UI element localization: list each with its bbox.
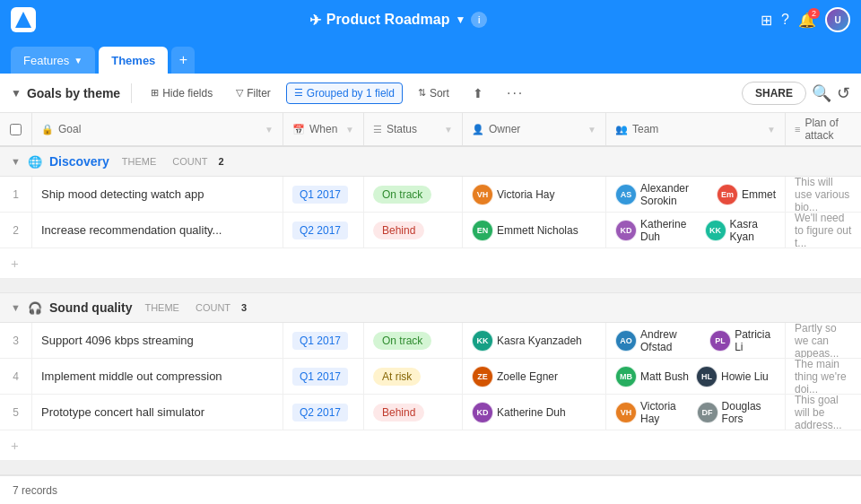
row2-team-name-1: Katherine Duh <box>640 218 698 243</box>
row5-owner-avatars: KD Katherine Duh <box>472 402 566 423</box>
add-icon-2: + <box>11 438 19 453</box>
col-team-label: Team <box>632 123 658 135</box>
col-header-checkbox[interactable] <box>0 113 32 145</box>
row2-owner-avatar: EN <box>472 220 493 241</box>
share-icon-button[interactable]: ⬆ <box>465 82 491 105</box>
title-dropdown-icon[interactable]: ▼ <box>456 13 466 26</box>
group-spacer-2 <box>0 461 861 475</box>
search-icon[interactable]: 🔍 <box>812 83 831 103</box>
user-avatar[interactable]: U <box>825 7 850 32</box>
group-soundquality-name: Sound quality <box>49 300 133 315</box>
col-header-owner: 👤 Owner ▼ <box>463 113 606 145</box>
select-all-checkbox[interactable] <box>10 124 22 135</box>
hide-fields-button[interactable]: ⊞ Hide fields <box>143 83 221 104</box>
cell-row1-owner: VH Victoria Hay <box>463 177 606 212</box>
group-spacer-1 <box>0 279 861 293</box>
cell-row2-owner: EN Emmett Nicholas <box>463 213 606 248</box>
col-goal-label: Goal <box>58 123 81 135</box>
cell-row1-goal[interactable]: Ship mood detecting watch app <box>32 177 283 212</box>
title-info-icon[interactable]: i <box>471 12 487 28</box>
cell-row3-when: Q1 2017 <box>283 323 364 358</box>
tab-features[interactable]: Features ▼ <box>11 47 95 74</box>
row3-owner-avatar: KK <box>472 330 493 352</box>
group-soundquality-icon: 🎧 <box>28 301 42 315</box>
grid-icon[interactable]: ⊞ <box>761 12 772 29</box>
view-name: Goals by theme <box>27 86 120 100</box>
add-icon: + <box>11 256 19 271</box>
app-logo[interactable] <box>11 7 36 32</box>
row2-team-avatar-1: KD <box>615 220 637 241</box>
col-header-status: ☰ Status ▼ <box>364 113 463 145</box>
row1-plan-text: This will use various bio... <box>795 177 852 212</box>
row5-plan-text: This goal will be address... <box>795 395 852 430</box>
add-row-soundquality[interactable]: + <box>0 430 861 461</box>
group-soundquality-toggle[interactable]: ▼ <box>11 302 21 313</box>
refresh-icon[interactable]: ↺ <box>837 83 850 103</box>
cell-row3-plan: Partly so we can appeas... <box>786 323 861 358</box>
row1-team-name-2: Emmet <box>742 188 776 201</box>
tab-features-label: Features <box>23 54 69 67</box>
row4-team-avatars: MB Matt Bush HL Howie Liu <box>615 366 769 387</box>
cell-row5-goal[interactable]: Prototype concert hall simulator <box>32 395 283 430</box>
sort-button[interactable]: ⇅ Sort <box>410 83 457 104</box>
tab-themes[interactable]: Themes <box>99 47 168 74</box>
more-options-button[interactable]: ··· <box>499 81 532 106</box>
status-bar: 7 records <box>0 475 861 504</box>
nav-left <box>11 7 36 32</box>
add-row-soundquality-cell[interactable]: + <box>0 430 283 460</box>
group-discovery-title: ▼ 🌐 Discovery THEME COUNT 2 <box>0 147 861 176</box>
group-discovery-header: ▼ 🌐 Discovery THEME COUNT 2 <box>0 147 861 177</box>
row4-status-badge: At risk <box>373 368 421 386</box>
cell-row2-plan: We'll need to figure out t... <box>786 213 861 248</box>
group-discovery-name: Discovery <box>49 154 109 169</box>
grid-container: 🔒 Goal ▼ 📅 When ▼ ☰ Status ▼ 👤 Owner ▼ 👥… <box>0 113 861 475</box>
cell-row4-plan: The main thing we're doi... <box>786 359 861 394</box>
row2-team-name-2: Kasra Kyan <box>730 218 776 243</box>
cell-row3-goal[interactable]: Support 4096 kbps streaming <box>32 323 283 358</box>
cell-row2-when: Q2 2017 <box>283 213 364 248</box>
grouped-icon: ☰ <box>294 87 303 99</box>
help-icon[interactable]: ? <box>781 12 789 28</box>
add-row-discovery[interactable]: + <box>0 248 861 279</box>
col-when-sort[interactable]: ▼ <box>345 125 354 135</box>
cell-row4-num: 4 <box>0 359 32 394</box>
row2-status-badge: Behind <box>373 222 424 239</box>
notification-badge: 2 <box>808 8 820 19</box>
cell-row1-status: On track <box>364 177 463 212</box>
row2-owner-avatars: EN Emmett Nicholas <box>472 220 578 241</box>
tab-add[interactable]: + <box>171 47 195 74</box>
cell-row3-num: 3 <box>0 323 32 358</box>
col-goal-sort[interactable]: ▼ <box>265 125 274 135</box>
share-button[interactable]: SHARE <box>742 82 806 105</box>
row3-team-avatar-2: PL <box>709 330 731 352</box>
view-toggle-icon[interactable]: ▼ <box>11 87 22 100</box>
filter-button[interactable]: ▽ Filter <box>228 83 279 104</box>
group-discovery-toggle[interactable]: ▼ <box>11 156 21 167</box>
row3-team-name-2: Patricia Li <box>735 328 776 353</box>
toolbar: ▼ Goals by theme ⊞ Hide fields ▽ Filter … <box>0 74 861 113</box>
toolbar-right: SHARE 🔍 ↺ <box>742 82 850 105</box>
tab-bar: Features ▼ Themes + <box>0 39 861 74</box>
col-status-sort[interactable]: ▼ <box>444 125 453 135</box>
cell-row2-goal[interactable]: Increase recommendation quality... <box>32 213 283 248</box>
title-icon: ✈ <box>309 12 321 29</box>
table-row: 2 Increase recommendation quality... Q2 … <box>0 213 861 248</box>
col-owner-sort[interactable]: ▼ <box>587 125 596 135</box>
row4-when-badge: Q1 2017 <box>292 368 348 386</box>
col-team-sort[interactable]: ▼ <box>767 125 776 135</box>
app-title: Product Roadmap <box>326 12 450 28</box>
row4-owner-name: Zoelle Egner <box>497 370 558 383</box>
row5-team-avatar-1: VH <box>615 402 637 423</box>
row5-owner-avatar: KD <box>472 402 493 423</box>
add-row-discovery-cell[interactable]: + <box>0 248 283 278</box>
cell-row5-status: Behind <box>364 395 463 430</box>
cell-row1-team: AS Alexander Sorokin Em Emmet <box>606 177 786 212</box>
row1-team-avatars: AS Alexander Sorokin Em Emmet <box>615 182 776 207</box>
row2-when-badge: Q2 2017 <box>292 222 348 239</box>
cell-row4-goal[interactable]: Implement middle out compression <box>32 359 283 394</box>
grouped-button[interactable]: ☰ Grouped by 1 field <box>286 83 403 104</box>
col-header-when: 📅 When ▼ <box>283 113 364 145</box>
group-discovery-count-label: COUNT <box>172 156 207 167</box>
nav-center: ✈ Product Roadmap ▼ i <box>309 12 488 29</box>
sort-icon: ⇅ <box>418 87 426 99</box>
